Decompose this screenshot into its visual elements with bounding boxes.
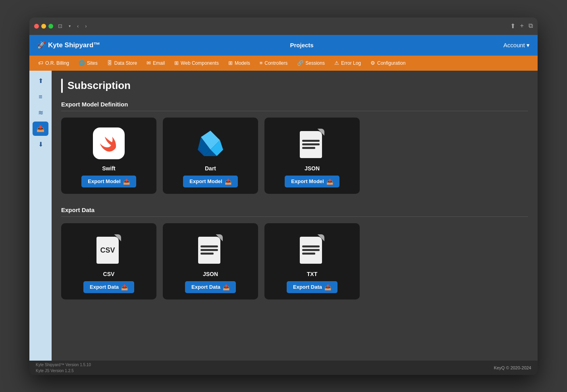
models-icon: ⊞	[228, 60, 233, 66]
upload-icon: ⬆	[38, 77, 43, 85]
export-json-data-icon: 📤	[223, 284, 230, 290]
account-menu[interactable]: Account ▾	[503, 42, 530, 49]
section-divider-model	[61, 111, 528, 111]
json-data-icon-area	[193, 231, 228, 267]
sidebar: ⬆ ≡ ≋ 📤 ⬇	[29, 71, 52, 361]
forward-icon[interactable]: ›	[83, 22, 88, 30]
json-data-card: JSON Export Data 📤	[163, 223, 258, 299]
nav-item-models[interactable]: ⊞ Models	[224, 58, 254, 68]
nav-item-configuration[interactable]: ⚙ Configuration	[366, 58, 409, 68]
json-model-icon-area	[294, 126, 330, 161]
file-line-1	[302, 140, 320, 142]
nav-item-webcomponents[interactable]: ⊞ Web Components	[170, 58, 223, 68]
titlebar: ⊡ ▾ ‹ › ⬆ + ⧉	[29, 17, 538, 35]
nav-item-errorlog[interactable]: ⚠ Error Log	[330, 58, 365, 68]
file-line-3	[302, 147, 315, 149]
txt-card-label: TXT	[307, 271, 317, 277]
version-line2: Kyte JS Version 1.2.5	[36, 368, 91, 374]
nav-item-sessions[interactable]: 🔗 Sessions	[293, 58, 329, 68]
footer-version: Kyte Shipyard™ Version 1.5.10 Kyte JS Ve…	[36, 362, 91, 374]
csv-card: CSV CSV Export Data 📤	[61, 223, 156, 299]
errorlog-icon: ⚠	[334, 60, 339, 66]
page-title-bar: Subscription	[61, 79, 528, 93]
back-icon[interactable]: ‹	[75, 22, 80, 30]
footer-copyright: KeyQ © 2020-2024	[494, 365, 531, 370]
page-title-accent	[61, 79, 63, 93]
footer: Kyte Shipyard™ Version 1.5.10 Kyte JS Ve…	[29, 361, 538, 375]
json-data-card-label: JSON	[203, 271, 218, 277]
sidebar-item-download[interactable]: ⬇	[33, 137, 48, 152]
dart-card-label: Dart	[205, 165, 216, 172]
export-json-data-button[interactable]: Export Data 📤	[185, 281, 236, 293]
txt-file-line-2	[302, 249, 320, 251]
version-line1: Kyte Shipyard™ Version 1.5.10	[36, 362, 91, 368]
nav-item-configuration-label: Configuration	[377, 60, 405, 66]
sidebar-item-layers[interactable]: ≋	[33, 106, 48, 120]
export-dart-icon: 📤	[225, 178, 231, 185]
export-icon: 📤	[37, 125, 44, 132]
json-data-file-line-1	[201, 245, 218, 247]
duplicate-window-icon[interactable]: ⧉	[528, 22, 533, 30]
sidebar-toggle-icon[interactable]: ⊡	[56, 22, 64, 30]
export-swift-icon: 📤	[123, 178, 130, 185]
section-divider-data	[61, 216, 528, 217]
model-cards-row: Swift Export Model 📤	[61, 118, 528, 194]
add-tab-icon[interactable]: +	[520, 22, 524, 30]
json-model-card-label: JSON	[305, 165, 320, 172]
export-csv-button[interactable]: Export Data 📤	[83, 281, 134, 293]
share-icon[interactable]: ⬆	[510, 22, 515, 30]
nav-item-sites-label: Sites	[87, 60, 98, 66]
txt-file-line-1	[302, 245, 320, 247]
swift-icon-area	[91, 126, 127, 161]
export-txt-button[interactable]: Export Data 📤	[287, 281, 338, 293]
close-button[interactable]	[34, 24, 39, 29]
export-dart-label: Export Model	[189, 178, 222, 184]
nav-item-email-label: Email	[153, 60, 165, 66]
json-model-card: JSON Export Model 📤	[264, 118, 360, 194]
controllers-icon: ≡	[260, 60, 263, 66]
nav-item-billing[interactable]: 🏷 O.R. Billing	[34, 58, 73, 68]
txt-card: TXT Export Data 📤	[264, 223, 360, 299]
swift-icon	[93, 127, 125, 159]
datastore-icon: 🗄	[107, 60, 112, 66]
app-window: ⊡ ▾ ‹ › ⬆ + ⧉ 🚀 Kyte Shipyard™ Projects …	[29, 17, 538, 375]
configuration-icon: ⚙	[370, 60, 375, 66]
export-json-model-icon: 📤	[326, 178, 333, 185]
nav-item-sites[interactable]: 🌐 Sites	[75, 58, 102, 68]
sidebar-item-upload[interactable]: ⬆	[33, 74, 48, 88]
sidebar-item-list[interactable]: ≡	[33, 90, 48, 104]
app-logo[interactable]: 🚀 Kyte Shipyard™	[37, 41, 100, 49]
logo-text: Kyte Shipyard™	[48, 41, 100, 49]
nav-item-sessions-label: Sessions	[305, 60, 325, 66]
json-data-file-line-2	[201, 249, 218, 251]
export-swift-button[interactable]: Export Model 📤	[81, 176, 136, 187]
csv-text: CSV	[100, 247, 115, 254]
logo-icon: 🚀	[37, 41, 46, 49]
nav-item-errorlog-label: Error Log	[341, 60, 361, 66]
account-chevron-icon: ▾	[526, 42, 530, 49]
dart-card: Dart Export Model 📤	[163, 118, 258, 194]
nav-item-datastore[interactable]: 🗄 Data Store	[103, 58, 141, 68]
txt-icon-area	[294, 231, 330, 267]
email-icon: ✉	[147, 60, 151, 66]
export-json-model-button[interactable]: Export Model 📤	[285, 176, 339, 187]
maximize-button[interactable]	[48, 24, 53, 29]
sites-icon: 🌐	[79, 60, 85, 66]
projects-nav-link[interactable]: Projects	[290, 42, 313, 48]
nav-item-email[interactable]: ✉ Email	[143, 58, 169, 68]
data-cards-row: CSV CSV Export Data 📤	[61, 223, 528, 299]
billing-icon: 🏷	[38, 60, 43, 66]
export-model-section: Export Model Definition Swift	[61, 101, 528, 194]
minimize-button[interactable]	[41, 24, 46, 29]
layers-icon: ≋	[38, 109, 43, 116]
export-dart-button[interactable]: Export Model 📤	[183, 176, 237, 187]
export-data-section: Export Data CSV CSV	[61, 207, 528, 299]
json-data-file-line-3	[201, 253, 214, 255]
nav-item-datastore-label: Data Store	[114, 60, 137, 66]
txt-file-icon	[300, 234, 324, 264]
app-header: 🚀 Kyte Shipyard™ Projects Account ▾	[29, 35, 538, 56]
nav-bar: 🏷 O.R. Billing 🌐 Sites 🗄 Data Store ✉ Em…	[29, 56, 538, 71]
nav-item-controllers[interactable]: ≡ Controllers	[256, 58, 292, 68]
export-model-section-title: Export Model Definition	[61, 101, 528, 108]
sidebar-item-export[interactable]: 📤	[33, 122, 48, 136]
